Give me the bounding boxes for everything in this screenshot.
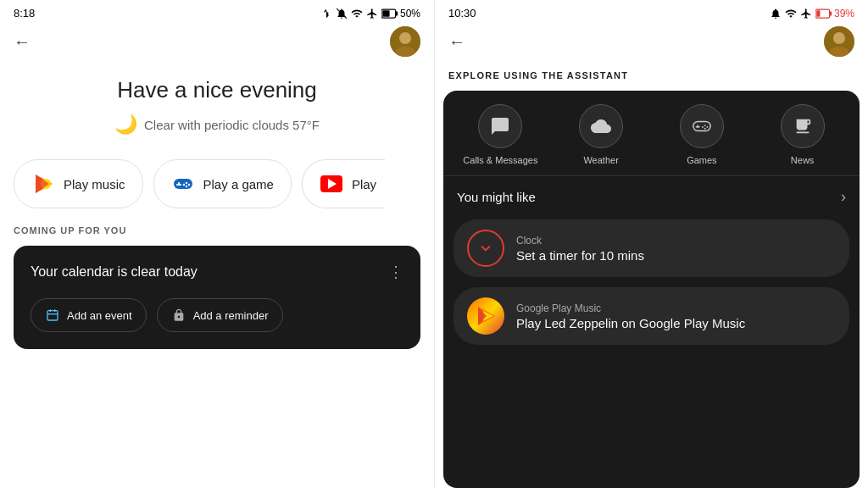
weather-label: Weather: [583, 155, 618, 165]
airplane-icon-right: [800, 8, 812, 19]
overflow-menu-button[interactable]: ⋮: [388, 263, 403, 281]
assistant-panel: Calls & Messages Weather: [443, 91, 860, 488]
top-nav-right: ←: [435, 23, 868, 64]
svg-point-32: [704, 128, 706, 130]
calls-messages-icon-circle: [478, 104, 522, 148]
avatar-left[interactable]: [390, 26, 420, 57]
calendar-add-icon: [45, 308, 60, 323]
svg-rect-29: [695, 126, 699, 127]
svg-point-31: [706, 126, 708, 128]
user-avatar-left: [390, 26, 420, 57]
svg-rect-23: [816, 10, 820, 17]
svg-rect-17: [47, 311, 58, 320]
games-label: Games: [687, 155, 716, 165]
music-suggestion-text: Google Play Music Play Led Zeppelin on G…: [516, 302, 745, 330]
divider: [443, 175, 860, 176]
clock-app-name: Clock: [516, 235, 644, 247]
status-icons-left: 50%: [320, 8, 420, 19]
svg-point-16: [182, 184, 184, 186]
chat-icon: [490, 116, 510, 136]
explore-label: EXPLORE USING THE ASSISTANT: [435, 64, 868, 91]
svg-marker-9: [36, 175, 49, 193]
left-panel: 8:18: [0, 0, 434, 488]
greeting-title: Have a nice evening: [27, 77, 407, 103]
youtube-label: Play: [352, 177, 376, 191]
gamepad-icon: [692, 118, 712, 135]
gpm-action-text: Play Led Zeppelin on Google Play Music: [516, 316, 745, 330]
bluetooth-icon: [320, 8, 332, 19]
greeting-section: Have a nice evening 🌙 Clear with periodi…: [0, 64, 434, 142]
top-nav-left: ←: [0, 23, 434, 64]
news-icon-circle: [781, 104, 825, 148]
wifi-icon-right: [785, 8, 797, 19]
calendar-text: Your calendar is clear today: [31, 264, 198, 280]
svg-point-5: [399, 32, 411, 44]
signal-icon: [351, 8, 363, 19]
right-panel: 10:30 39% ←: [434, 0, 868, 488]
svg-point-14: [187, 184, 189, 186]
reminder-icon: [171, 308, 186, 323]
category-calls-messages[interactable]: Calls & Messages: [450, 104, 551, 165]
svg-rect-3: [382, 10, 389, 17]
clock-inner: [470, 233, 501, 263]
you-might-like-label: You might like: [457, 190, 536, 204]
back-button-left[interactable]: ←: [14, 32, 31, 52]
clock-icon: [467, 230, 504, 267]
games-icon-circle: [680, 104, 724, 148]
back-button-right[interactable]: ←: [448, 32, 465, 52]
svg-rect-27: [693, 121, 710, 130]
add-event-button[interactable]: Add an event: [31, 298, 147, 332]
music-suggestion-card[interactable]: Google Play Music Play Led Zeppelin on G…: [453, 287, 849, 345]
moon-icon: 🌙: [114, 114, 137, 136]
cloud-icon: [591, 116, 611, 136]
calls-messages-label: Calls & Messages: [463, 155, 537, 165]
category-games[interactable]: Games: [652, 104, 753, 165]
play-game-chip[interactable]: Play a game: [153, 159, 292, 208]
chevron-down-svg: [476, 239, 495, 258]
coming-up-label: COMING UP FOR YOU: [0, 225, 434, 246]
clock-suggestion-text: Clock Set a timer for 10 mins: [516, 235, 644, 263]
category-news[interactable]: News: [752, 104, 853, 165]
you-might-like-row: You might like ›: [443, 180, 860, 214]
weather-info: 🌙 Clear with periodic clouds 57°F: [27, 114, 407, 136]
play-music-label: Play music: [64, 177, 125, 191]
youtube-chip[interactable]: Play: [302, 159, 385, 208]
clock-suggestion-card[interactable]: Clock Set a timer for 10 mins: [453, 219, 849, 277]
svg-point-13: [185, 182, 186, 184]
weather-text: Clear with periodic clouds 57°F: [144, 118, 320, 132]
svg-point-33: [702, 126, 704, 128]
gpm-logo-icon: [475, 305, 497, 327]
add-reminder-label: Add a reminder: [193, 309, 269, 322]
svg-rect-22: [830, 11, 832, 15]
status-icons-right: 39%: [770, 8, 854, 19]
time-left: 8:18: [14, 7, 35, 19]
airplane-icon: [366, 8, 378, 19]
weather-icon-circle: [579, 104, 623, 148]
calendar-actions: Add an event Add a reminder: [31, 298, 403, 332]
add-reminder-button[interactable]: Add a reminder: [157, 298, 283, 332]
categories-row: Calls & Messages Weather: [443, 91, 860, 172]
svg-point-15: [185, 186, 186, 187]
category-weather[interactable]: Weather: [551, 104, 652, 165]
battery-icon-right: [815, 8, 832, 19]
svg-point-30: [704, 125, 706, 126]
youtube-play-triangle: [328, 179, 337, 189]
game-controller-icon: [172, 175, 194, 192]
play-music-chip[interactable]: Play music: [14, 159, 143, 208]
add-event-label: Add an event: [67, 309, 132, 322]
calendar-card: Your calendar is clear today ⋮ Add an ev…: [14, 246, 420, 349]
youtube-icon: [320, 172, 343, 196]
chevron-right-icon[interactable]: ›: [841, 188, 846, 206]
game-icon: [171, 172, 195, 196]
battery-icon-left: [381, 8, 398, 19]
svg-rect-10: [174, 179, 192, 189]
play-game-label: Play a game: [203, 177, 274, 191]
battery-percent-right: 39%: [834, 8, 854, 19]
gpm-icon: [467, 297, 504, 335]
svg-point-25: [833, 32, 845, 44]
status-bar-left: 8:18: [0, 0, 434, 23]
news-icon: [793, 117, 812, 136]
calendar-header: Your calendar is clear today ⋮: [31, 263, 403, 281]
svg-rect-12: [176, 184, 181, 186]
avatar-right[interactable]: [824, 26, 854, 57]
